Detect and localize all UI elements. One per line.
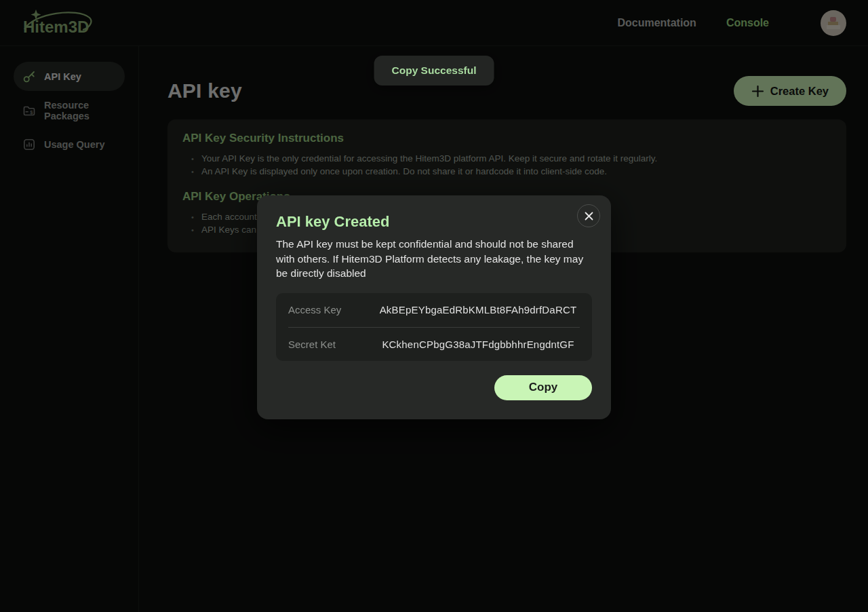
copy-button[interactable]: Copy [494,375,592,400]
secret-key-value: KCkhenCPbgG38aJTFdgbbhhrEngdntGF [376,339,580,350]
key-panel: Access Key AkBEpEYbgaEdRbKMLBt8FAh9drfDa… [276,293,592,361]
close-icon [584,211,594,221]
secret-key-row: Secret Ket KCkhenCPbgG38aJTFdgbbhhrEngdn… [288,327,580,361]
toast-label: Copy Successful [392,64,477,76]
access-key-row: Access Key AkBEpEYbgaEdRbKMLBt8FAh9drfDa… [288,293,580,327]
modal-title: API key Created [276,213,592,231]
access-key-label: Access Key [288,304,376,315]
api-key-created-modal: API key Created The API key must be kept… [257,195,611,419]
modal-description: The API key must be kept confidential an… [276,237,592,281]
access-key-value: AkBEpEYbgaEdRbKMLBt8FAh9drfDaRCT [376,304,580,315]
toast-copy-successful: Copy Successful [374,56,494,85]
secret-key-label: Secret Ket [288,339,376,350]
close-button[interactable] [577,204,600,227]
